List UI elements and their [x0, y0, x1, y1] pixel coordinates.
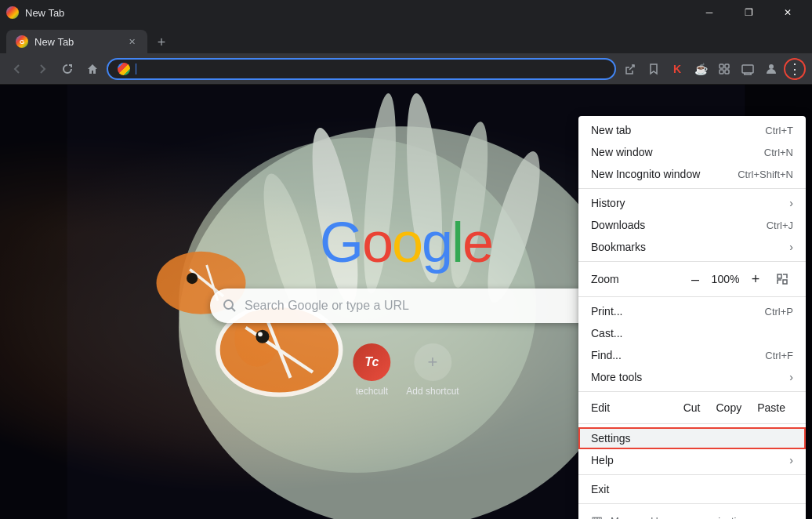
menu-item-new-incognito[interactable]: New Incognito window Ctrl+Shift+N [578, 163, 806, 185]
svg-rect-31 [783, 280, 787, 284]
close-button[interactable]: ✕ [770, 0, 806, 25]
menu-divider-4 [578, 391, 806, 392]
tab-title: New Tab [34, 36, 119, 48]
svg-rect-30 [778, 274, 781, 278]
reload-button[interactable] [56, 58, 78, 80]
svg-rect-3 [725, 70, 729, 74]
svg-rect-0 [720, 64, 723, 68]
zoom-fullscreen-button[interactable] [771, 268, 793, 290]
menu-item-new-tab[interactable]: New tab Ctrl+T [578, 119, 806, 141]
bookmark-button[interactable] [643, 58, 665, 80]
search-placeholder: Search Google or type a URL [245, 299, 409, 313]
menu-item-find[interactable]: Find... Ctrl+F [578, 344, 806, 366]
more-options-button[interactable]: ⋮ [784, 58, 806, 80]
copy-button[interactable]: Copy [709, 398, 750, 417]
cut-button[interactable]: Cut [676, 398, 709, 417]
menu-item-print[interactable]: Print... Ctrl+P [578, 300, 806, 322]
tab-close-button[interactable]: ✕ [125, 35, 138, 48]
shortcut-add-label: Add shortcut [406, 386, 459, 397]
minimize-button[interactable]: ─ [691, 0, 727, 25]
svg-rect-4 [742, 65, 753, 73]
forward-button[interactable] [31, 58, 53, 80]
tab-bar: G New Tab ✕ + [0, 25, 812, 53]
menu-item-cast[interactable]: Cast... [578, 322, 806, 344]
search-icon [223, 299, 237, 313]
svg-line-29 [232, 308, 236, 312]
home-button[interactable] [82, 58, 103, 80]
share-button[interactable] [619, 58, 641, 80]
svg-point-28 [224, 300, 233, 309]
paste-button[interactable]: Paste [749, 398, 793, 417]
chrome-logo [6, 6, 19, 19]
cursor [136, 64, 136, 74]
main-content: Google Search Google or type a URL Tc te… [0, 85, 812, 519]
omnibox[interactable] [107, 58, 616, 80]
managed-by-row[interactable]: ▦ Managed by your organisation [578, 507, 806, 519]
active-tab[interactable]: G New Tab ✕ [6, 30, 147, 53]
omnibox-text[interactable] [135, 64, 136, 74]
menu-divider-5 [578, 423, 806, 424]
zoom-minus-button[interactable]: – [683, 268, 708, 290]
menu-item-exit[interactable]: Exit [578, 478, 806, 500]
menu-item-new-window[interactable]: New window Ctrl+N [578, 141, 806, 163]
svg-rect-2 [720, 70, 723, 74]
shortcut-techcult[interactable]: Tc techcult [353, 343, 390, 397]
google-g: G [320, 211, 362, 274]
menu-divider-2 [578, 261, 806, 262]
google-g2: g [422, 211, 451, 274]
svg-rect-26 [0, 85, 67, 519]
svg-point-25 [187, 273, 198, 284]
shortcuts-row: Tc techcult + Add shortcut [353, 343, 459, 397]
tab-favicon: G [16, 35, 28, 48]
svg-point-21 [258, 332, 263, 336]
svg-point-5 [769, 64, 774, 69]
new-tab-button[interactable]: + [150, 31, 172, 53]
shortcut-techcult-label: techcult [356, 386, 388, 397]
menu-item-history[interactable]: History › [578, 192, 806, 214]
menu-item-downloads[interactable]: Downloads Ctrl+J [578, 214, 806, 236]
toolbar-actions: K ☕ ⋮ [619, 58, 806, 80]
add-shortcut-icon: + [414, 343, 451, 381]
menu-item-zoom[interactable]: Zoom – 100% + [578, 265, 806, 293]
managed-label: Managed by your organisation [611, 515, 748, 519]
managed-icon: ▦ [591, 514, 603, 519]
zoom-value: 100% [708, 273, 743, 285]
menu-divider-3 [578, 296, 806, 297]
menu-item-settings[interactable]: Settings [578, 427, 806, 449]
profile-avatar-button[interactable] [760, 58, 782, 80]
menu-divider-1 [578, 188, 806, 189]
back-button[interactable] [6, 58, 28, 80]
zoom-plus-button[interactable]: + [743, 268, 768, 290]
profile-k-button[interactable]: K [666, 58, 688, 80]
titlebar-title: New Tab [25, 7, 64, 19]
sync-button[interactable]: ☕ [690, 58, 712, 80]
google-l: l [451, 211, 462, 274]
toolbar: K ☕ ⋮ [0, 53, 812, 85]
google-o2: o [392, 211, 422, 274]
extensions-button[interactable] [713, 58, 735, 80]
svg-point-20 [256, 330, 269, 343]
menu-item-edit-row: Edit Cut Copy Paste [578, 395, 806, 420]
google-o1: o [362, 211, 392, 274]
menu-item-help[interactable]: Help › [578, 449, 806, 471]
techcult-icon: Tc [353, 343, 390, 381]
menu-divider-6 [578, 474, 806, 475]
menu-divider-7 [578, 503, 806, 504]
google-logo: Google [320, 210, 492, 274]
svg-rect-1 [725, 64, 729, 68]
restore-button[interactable]: ❐ [730, 0, 767, 25]
omnibox-google-icon [118, 63, 130, 75]
shortcut-add[interactable]: + Add shortcut [406, 343, 459, 397]
media-router-button[interactable] [737, 58, 759, 80]
window-controls: ─ ❐ ✕ [691, 0, 806, 25]
google-e: e [462, 211, 492, 274]
titlebar: New Tab ─ ❐ ✕ [0, 0, 812, 25]
context-menu: New tab Ctrl+T New window Ctrl+N New Inc… [578, 116, 806, 519]
search-bar[interactable]: Search Google or type a URL [210, 289, 602, 323]
menu-item-bookmarks[interactable]: Bookmarks › [578, 236, 806, 258]
menu-item-more-tools[interactable]: More tools › [578, 366, 806, 388]
